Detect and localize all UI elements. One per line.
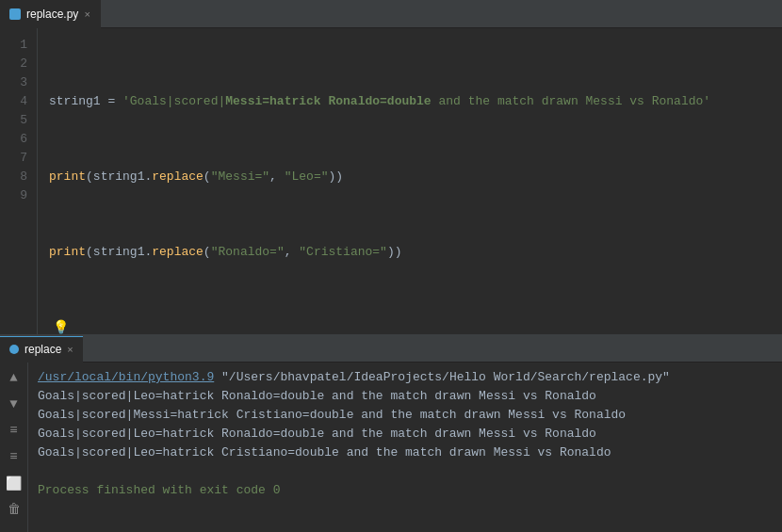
code-line-4: 💡 [49,318,782,334]
output-line-3: Goals|scored|Leo=hatrick Ronaldo=double … [38,425,773,443]
panel-tab-bar: replace × [0,336,782,363]
code-editor[interactable]: string1 = 'Goals|scored|Messi=hatrick Ro… [38,28,782,334]
panel-tab-replace[interactable]: replace × [0,336,83,363]
lightbulb-icon[interactable]: 💡 [53,318,69,334]
scroll-down-button[interactable]: ▼ [5,395,24,413]
script-path: "/Users/bhavpatel/IdeaProjects/Hello Wor… [221,370,670,384]
code-line-2: print(string1.replace("Messi=", "Leo=")) [49,168,782,186]
run-icon [9,345,19,354]
clear-button[interactable]: ⬜ [5,474,24,492]
line-num-3: 3 [8,73,27,92]
line-num-7: 7 [8,149,27,168]
code-line-1: string1 = 'Goals|scored|Messi=hatrick Ro… [49,92,782,111]
line-num-5: 5 [8,111,27,130]
panel-tab-close[interactable]: × [67,344,73,355]
code-line-3: print(string1.replace("Ronaldo=", "Crist… [49,243,782,262]
output-line-4: Goals|scored|Leo=hatrick Cristiano=doubl… [38,443,773,462]
wrap-lines-button[interactable]: ≡ [5,421,24,440]
output-line-2: Goals|scored|Messi=hatrick Cristiano=dou… [38,406,773,425]
filter-button[interactable]: ≡ [5,447,24,466]
line-num-4: 4 [8,92,27,111]
tab-label: replace.py [26,8,78,21]
editor-tab-bar: replace.py × [0,0,782,28]
panel-body: ▲ ▼ ≡ ≡ ⬜ 🗑 /usr/local/bin/python3.9 "/U… [0,363,782,532]
output-command-line: /usr/local/bin/python3.9 "/Users/bhavpat… [38,368,773,387]
editor-area: 1 2 3 4 5 6 7 8 9 string1 = 'Goals|score… [0,28,782,334]
python-executable[interactable]: /usr/local/bin/python3.9 [38,370,214,384]
panel-tab-label: replace [24,343,61,356]
panel-sidebar: ▲ ▼ ≡ ≡ ⬜ 🗑 [0,363,28,532]
scroll-up-button[interactable]: ▲ [5,368,24,387]
line-num-2: 2 [8,55,27,73]
line-numbers: 1 2 3 4 5 6 7 8 9 [0,28,38,334]
output-line-1: Goals|scored|Leo=hatrick Ronaldo=double … [38,387,773,406]
python-file-icon [9,8,21,20]
line-num-9: 9 [8,186,27,205]
file-tab-replace-py[interactable]: replace.py × [0,0,101,28]
panel-output: /usr/local/bin/python3.9 "/Users/bhavpat… [28,363,782,532]
output-empty-line [38,462,773,481]
exit-code-line: Process finished with exit code 0 [38,481,773,500]
line-num-8: 8 [8,168,27,186]
tab-close-button[interactable]: × [84,8,90,20]
delete-button[interactable]: 🗑 [5,500,24,519]
line-num-6: 6 [8,130,27,149]
bottom-panel: replace × ▲ ▼ ≡ ≡ ⬜ 🗑 /usr/local/bin/pyt… [0,334,782,532]
line-num-1: 1 [8,36,27,55]
